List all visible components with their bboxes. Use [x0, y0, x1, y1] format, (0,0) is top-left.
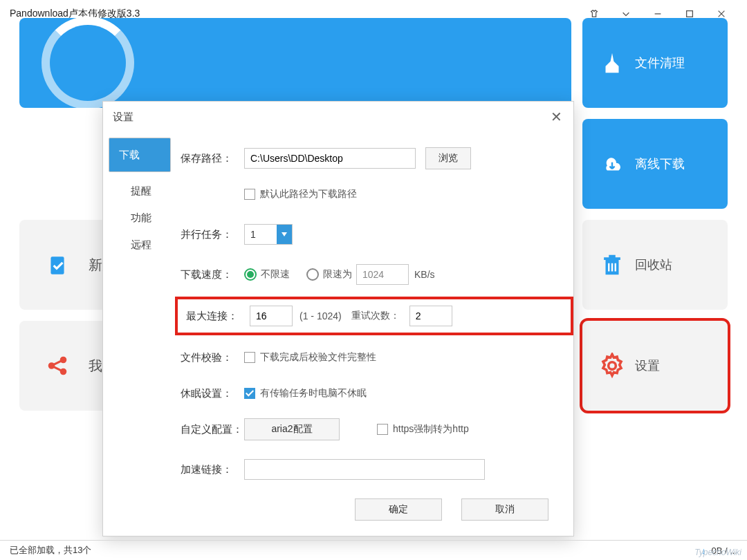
- status-text: 已全部加载，共13个: [10, 544, 91, 557]
- dialog-title: 设置 ✕: [103, 102, 573, 132]
- default-path-label: 默认此路径为下载路径: [260, 188, 357, 200]
- default-path-checkbox[interactable]: [244, 189, 255, 200]
- save-path-input[interactable]: [244, 148, 416, 169]
- speed-label: 下载速度：: [179, 268, 244, 281]
- svg-marker-8: [282, 232, 287, 236]
- clipboard-check-icon: [42, 249, 73, 281]
- settings-dialog: 设置 ✕ 下载 提醒 功能 远程 保存路径： 浏览 默认此路: [102, 101, 574, 536]
- parallel-label: 并行任务：: [179, 228, 244, 241]
- retry-label: 重试次数：: [351, 310, 400, 322]
- tile-big-primary[interactable]: [19, 18, 571, 108]
- tile-recycle-bin[interactable]: 回收站: [582, 220, 728, 310]
- speed-unlimit-radio[interactable]: [244, 268, 257, 281]
- gear-icon: [599, 353, 625, 379]
- sidenav-function[interactable]: 功能: [103, 205, 179, 232]
- accel-input[interactable]: [244, 459, 485, 480]
- svg-rect-4: [50, 256, 64, 274]
- broom-icon: [599, 50, 625, 76]
- status-bar: 已全部加载，共13个 ↓ 0B / ...: [0, 540, 747, 560]
- share-icon: [42, 350, 73, 382]
- cloud-download-icon: [599, 151, 625, 177]
- watermark: TypechoWiki: [694, 548, 741, 557]
- sleep-label: 休眠设置：: [179, 387, 244, 400]
- custom-label: 自定义配置：: [179, 423, 244, 436]
- speed-limit-radio[interactable]: [306, 268, 319, 281]
- save-path-label: 保存路径：: [179, 152, 244, 165]
- tile-file-clean[interactable]: 文件清理: [582, 18, 728, 108]
- browse-button[interactable]: 浏览: [425, 147, 471, 169]
- accel-label: 加速链接：: [179, 463, 244, 476]
- max-conn-input[interactable]: [250, 306, 293, 326]
- max-conn-range: (1 - 1024): [299, 310, 342, 321]
- dialog-close-button[interactable]: ✕: [545, 106, 568, 128]
- max-conn-label: 最大连接：: [185, 310, 250, 323]
- caret-down-icon: [277, 225, 292, 244]
- parallel-select[interactable]: 1: [244, 224, 293, 245]
- settings-sidenav: 下载 提醒 功能 远程: [103, 132, 179, 487]
- speed-limit-input[interactable]: [356, 264, 409, 285]
- ok-button[interactable]: 确定: [355, 498, 442, 521]
- settings-form: 保存路径： 浏览 默认此路径为下载路径 并行任务： 1: [179, 132, 573, 487]
- trash-icon: [599, 252, 625, 278]
- cancel-button[interactable]: 取消: [461, 498, 548, 521]
- sidenav-remote[interactable]: 远程: [103, 232, 179, 259]
- tile-offline-download[interactable]: 离线下载: [582, 119, 728, 209]
- verify-checkbox[interactable]: [244, 352, 255, 363]
- retry-input[interactable]: [409, 306, 452, 326]
- tile-settings[interactable]: 设置: [582, 321, 728, 411]
- sleep-checkbox[interactable]: [244, 388, 255, 399]
- sidenav-download[interactable]: 下载: [109, 138, 171, 172]
- force-http-checkbox[interactable]: [377, 424, 388, 435]
- verify-label: 文件校验：: [179, 351, 244, 364]
- aria2-button[interactable]: aria2配置: [244, 418, 340, 440]
- sidenav-remind[interactable]: 提醒: [103, 178, 179, 205]
